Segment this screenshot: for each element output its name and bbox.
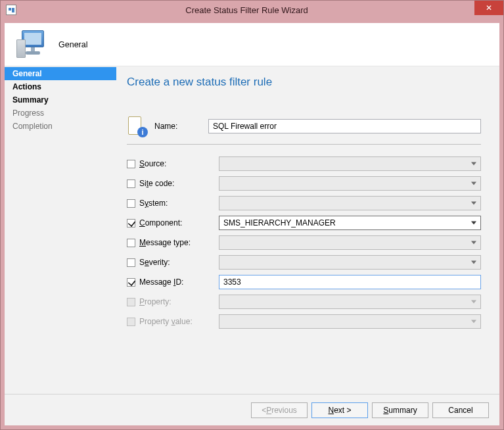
sidebar-item-completion[interactable]: Completion (5, 120, 116, 133)
banner: General (5, 23, 499, 66)
severity-checkbox[interactable] (127, 258, 135, 267)
row-property-value: Property value: (127, 312, 481, 331)
window-body-border: General General Actions Summary Progress… (1, 19, 503, 429)
cancel-button[interactable]: Cancel (432, 402, 489, 418)
message-id-input[interactable] (219, 275, 481, 289)
rule-icon: i (127, 115, 148, 137)
name-label: Name: (154, 122, 208, 131)
main-panel: Create a new status filter rule i Name: … (116, 66, 499, 394)
message-type-label: Message type: (139, 238, 191, 247)
source-checkbox[interactable] (127, 160, 135, 168)
row-source: Source: (127, 154, 481, 174)
chevron-down-icon (471, 182, 476, 185)
row-component: Component: SMS_HIERARCHY_MANAGER (127, 213, 481, 233)
row-property: Property: (127, 292, 481, 312)
chevron-down-icon (471, 241, 476, 245)
site-code-combo[interactable] (219, 176, 481, 191)
property-checkbox (127, 298, 135, 306)
message-type-combo[interactable] (219, 235, 481, 250)
row-severity: Severity: (127, 252, 481, 272)
name-input[interactable] (208, 119, 481, 133)
summary-button[interactable]: Summary (372, 402, 428, 418)
sidebar-item-summary[interactable]: Summary (5, 93, 116, 107)
system-combo[interactable] (219, 196, 481, 210)
component-checkbox[interactable] (127, 219, 135, 227)
chevron-down-icon (471, 162, 476, 166)
sidebar-item-general[interactable]: General (5, 67, 116, 80)
chevron-down-icon (471, 300, 476, 304)
component-label: Component: (139, 218, 182, 227)
chevron-down-icon (471, 320, 476, 323)
sidebar-item-progress[interactable]: Progress (5, 107, 116, 120)
computer-icon (16, 30, 47, 59)
site-code-checkbox[interactable] (127, 179, 135, 188)
wizard-window: Create Status Filter Rule Wizard ✕ Gener… (0, 0, 504, 430)
chevron-down-icon (471, 261, 476, 264)
name-row: i Name: (127, 115, 481, 145)
system-label: System: (139, 199, 168, 208)
chevron-down-icon (471, 222, 476, 225)
message-type-checkbox[interactable] (127, 239, 135, 247)
property-value-label: Property value: (139, 317, 193, 326)
severity-label: Severity: (139, 258, 170, 267)
close-button[interactable]: ✕ (474, 1, 503, 15)
source-combo[interactable] (219, 156, 481, 171)
row-site-code: Site code: (127, 174, 481, 193)
row-system: System: (127, 193, 481, 213)
source-label: Source: (139, 159, 166, 168)
message-id-label: Message ID: (139, 277, 183, 287)
next-button[interactable]: Next > (311, 402, 368, 418)
property-combo (219, 295, 481, 309)
button-bar: < Previous Next > Summary Cancel (5, 394, 499, 425)
message-id-checkbox[interactable] (127, 278, 135, 287)
chevron-down-icon (471, 202, 476, 205)
property-label: Property: (139, 297, 172, 306)
row-message-id: Message ID: (127, 272, 481, 292)
property-value-checkbox (127, 318, 135, 326)
site-code-label: Site code: (139, 179, 174, 188)
previous-button: < Previous (251, 402, 308, 418)
window-body: General General Actions Summary Progress… (5, 23, 499, 425)
severity-combo[interactable] (219, 255, 481, 270)
content-area: General Actions Summary Progress Complet… (5, 66, 499, 394)
window-title: Create Status Filter Rule Wizard (16, 5, 503, 15)
title-bar: Create Status Filter Rule Wizard ✕ (1, 1, 503, 19)
row-message-type: Message type: (127, 233, 481, 252)
wizard-sidebar: General Actions Summary Progress Complet… (5, 66, 116, 394)
system-checkbox[interactable] (127, 199, 135, 208)
component-combo[interactable]: SMS_HIERARCHY_MANAGER (219, 216, 481, 230)
property-value-combo (219, 314, 481, 329)
page-heading: Create a new status filter rule (127, 76, 481, 89)
banner-label: General (58, 40, 87, 49)
sidebar-item-actions[interactable]: Actions (5, 80, 116, 93)
system-icon (6, 5, 16, 15)
